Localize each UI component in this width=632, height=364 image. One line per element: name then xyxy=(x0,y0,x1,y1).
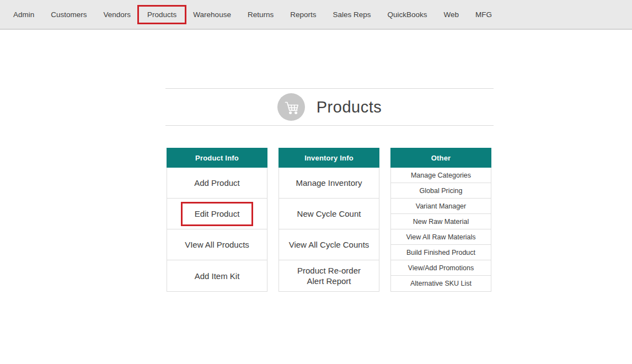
shopping-cart-icon xyxy=(277,93,305,121)
other-column: Other Manage Categories Global Pricing V… xyxy=(390,148,491,292)
other-column-body: Manage Categories Global Pricing Variant… xyxy=(390,168,491,292)
menu-item-build-finished-product[interactable]: Build Finished Product xyxy=(391,245,491,260)
menu-columns: Product Info Add Product Edit Product VI… xyxy=(167,148,491,292)
nav-item-quickbooks[interactable]: QuickBooks xyxy=(388,10,427,19)
menu-item-view-add-promotions[interactable]: View/Add Promotions xyxy=(391,260,491,276)
menu-item-manage-categories[interactable]: Manage Categories xyxy=(391,168,491,183)
menu-item-global-pricing[interactable]: Global Pricing xyxy=(391,183,491,199)
page: Admin Customers Vendors Products Warehou… xyxy=(0,0,632,364)
menu-item-variant-manager[interactable]: Variant Manager xyxy=(391,199,491,214)
product-info-column-body: Add Product Edit Product VIew All Produc… xyxy=(167,168,267,292)
menu-item-new-cycle-count[interactable]: New Cycle Count xyxy=(279,199,379,229)
nav-item-mfg[interactable]: MFG xyxy=(475,10,492,19)
product-info-column: Product Info Add Product Edit Product VI… xyxy=(167,148,267,292)
menu-item-view-all-products[interactable]: VIew All Products xyxy=(167,229,267,260)
menu-item-add-product[interactable]: Add Product xyxy=(167,168,267,199)
product-info-column-header: Product Info xyxy=(167,148,267,168)
menu-item-manage-inventory[interactable]: Manage Inventory xyxy=(279,168,379,199)
menu-item-view-all-cycle-counts[interactable]: View All Cycle Counts xyxy=(279,229,379,260)
nav-item-admin[interactable]: Admin xyxy=(13,10,34,19)
page-title: Products xyxy=(317,98,382,116)
menu-item-product-reorder-alert-report[interactable]: Product Re-order Alert Report xyxy=(279,260,379,291)
nav-item-sales-reps[interactable]: Sales Reps xyxy=(333,10,371,19)
menu-item-add-item-kit[interactable]: Add Item Kit xyxy=(167,260,267,291)
menu-item-edit-product[interactable]: Edit Product xyxy=(167,199,267,229)
edit-product-highlight-box: Edit Product xyxy=(181,202,254,226)
inventory-info-column-header: Inventory Info xyxy=(278,148,379,168)
nav-item-warehouse[interactable]: Warehouse xyxy=(193,10,231,19)
nav-item-customers[interactable]: Customers xyxy=(51,10,87,19)
inventory-info-column: Inventory Info Manage Inventory New Cycl… xyxy=(278,148,379,292)
nav-item-vendors[interactable]: Vendors xyxy=(104,10,131,19)
nav-item-products[interactable]: Products xyxy=(137,5,186,24)
nav-item-returns[interactable]: Returns xyxy=(248,10,274,19)
inventory-info-column-body: Manage Inventory New Cycle Count View Al… xyxy=(278,168,379,292)
menu-item-view-all-raw-materials[interactable]: View All Raw Materials xyxy=(391,229,491,245)
page-header: Products xyxy=(165,88,494,126)
other-column-header: Other xyxy=(390,148,491,168)
top-nav: Admin Customers Vendors Products Warehou… xyxy=(0,0,632,30)
menu-item-alternative-sku-list[interactable]: Alternative SKU List xyxy=(391,276,491,291)
nav-item-reports[interactable]: Reports xyxy=(290,10,316,19)
nav-item-web[interactable]: Web xyxy=(444,10,459,19)
menu-item-new-raw-material[interactable]: New Raw Material xyxy=(391,214,491,229)
